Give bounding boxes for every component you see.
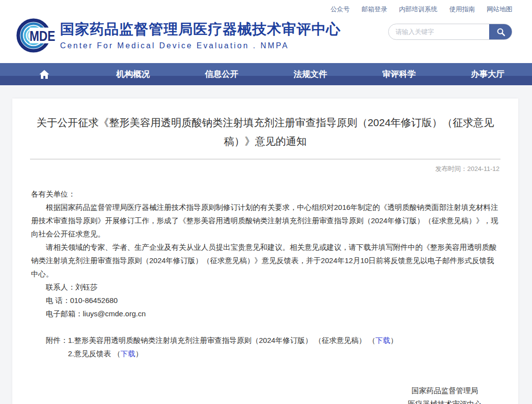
top-link-user-guide[interactable]: 使用指南 xyxy=(449,5,475,14)
brand[interactable]: MDE 国家药品监督管理局医疗器械技术审评中心 Center For Medic… xyxy=(15,14,341,56)
paren-close: ） xyxy=(135,349,143,358)
paren-close: ） xyxy=(390,336,398,344)
signature-org-1: 国家药品监督管理局 xyxy=(408,384,482,397)
attachments: 附件：1.整形美容用透明质酸钠类注射填充剂注册审查指导原则（2024年修订版） … xyxy=(31,334,499,360)
attachment-2: 2.意见反馈表 （下载） xyxy=(31,347,499,360)
contact-email: 电子邮箱：liuys@cmde.org.cn xyxy=(31,307,499,320)
cmde-logo-icon: MDE xyxy=(15,14,57,56)
top-link-sitemap[interactable]: 网站地图 xyxy=(487,5,512,14)
notice-card: 关于公开征求《整形美容用透明质酸钠类注射填充剂注册审查指导原则（2024年修订版… xyxy=(12,99,518,404)
nav-home[interactable] xyxy=(0,63,89,85)
nav-about[interactable]: 机构概况 xyxy=(89,63,177,85)
svg-text:MDE: MDE xyxy=(30,28,55,44)
search-button[interactable] xyxy=(489,24,512,40)
paragraph-2: 请相关领域的专家、学者、生产企业及有关从业人员提出宝贵意见和建议。相关意见或建议… xyxy=(31,240,499,280)
attachment-1-name: 整形美容用透明质酸钠类注射填充剂注册审查指导原则（2024年修订版） （征求意见… xyxy=(74,336,368,344)
main-nav: 机构概况 信息公开 法规文件 审评科学 办事大厅 xyxy=(0,63,532,85)
top-link-training-system[interactable]: 内部培训系统 xyxy=(399,5,437,14)
publish-date: 发布时间：2024-11-12 xyxy=(12,165,499,173)
signature-block: 国家药品监督管理局 医疗器械技术审评中心 2024年11月11日 xyxy=(408,384,482,404)
attachment-1-index: 1. xyxy=(68,336,74,344)
attachment-1: 附件：1.整形美容用透明质酸钠类注射填充剂注册审查指导原则（2024年修订版） … xyxy=(31,334,499,347)
attachment-2-download-link[interactable]: 下载 xyxy=(121,349,135,358)
top-link-mail-login[interactable]: 邮箱登录 xyxy=(362,5,387,14)
search-box xyxy=(388,24,512,40)
search-icon xyxy=(497,28,505,36)
paragraph-1: 根据国家药品监督管理局医疗器械注册技术指导原则制修订计划的有关要求，中心组织对2… xyxy=(31,201,499,240)
nav-review-science[interactable]: 审评科学 xyxy=(355,63,443,85)
title-divider xyxy=(30,159,500,160)
top-links: 公众号 邮箱登录 内部培训系统 使用指南 网站地图 xyxy=(331,5,512,14)
home-icon xyxy=(39,69,50,79)
nav-regulations[interactable]: 法规文件 xyxy=(266,63,355,85)
attachments-label: 附件： xyxy=(46,336,68,344)
top-link-wechat[interactable]: 公众号 xyxy=(331,5,350,14)
org-name-en: Center For Medical Device Evaluation . N… xyxy=(60,41,341,50)
attachment-2-name: 意见反馈表 xyxy=(74,349,113,358)
salutation: 各有关单位： xyxy=(31,187,499,201)
attachment-1-download-link[interactable]: 下载 xyxy=(375,336,390,344)
org-name-cn: 国家药品监督管理局医疗器械技术审评中心 xyxy=(60,20,341,39)
paren-open: （ xyxy=(368,336,375,344)
paren-open: （ xyxy=(113,349,121,358)
contact-phone: 电 话：010-86452680 xyxy=(31,294,499,307)
site-header: MDE 国家药品监督管理局医疗器械技术审评中心 Center For Medic… xyxy=(0,16,532,63)
brand-text: 国家药品监督管理局医疗器械技术审评中心 Center For Medical D… xyxy=(60,20,341,50)
attachment-2-index: 2. xyxy=(68,349,74,358)
contact-person: 联系人：刘钰莎 xyxy=(31,280,499,294)
notice-body: 各有关单位： 根据国家药品监督管理局医疗器械注册技术指导原则制修订计划的有关要求… xyxy=(31,187,499,360)
nav-service-hall[interactable]: 办事大厅 xyxy=(443,63,532,85)
notice-title: 关于公开征求《整形美容用透明质酸钠类注射填充剂注册审查指导原则（2024年修订版… xyxy=(36,113,495,151)
nav-info-disclosure[interactable]: 信息公开 xyxy=(177,63,266,85)
signature-org-2: 医疗器械技术审评中心 xyxy=(408,397,482,404)
search-input[interactable] xyxy=(389,24,489,39)
